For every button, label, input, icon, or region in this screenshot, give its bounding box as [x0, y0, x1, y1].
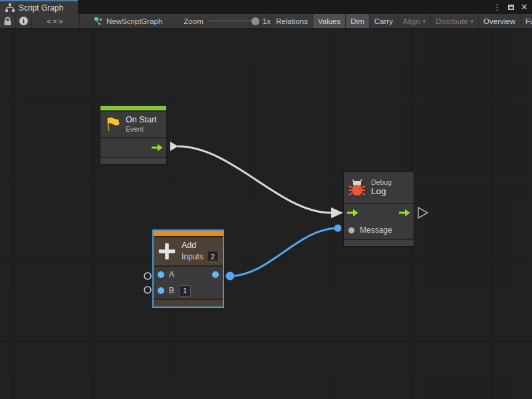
node-on-start[interactable]: On Start Event [100, 105, 167, 165]
menu-icon[interactable]: ⋮ [493, 3, 501, 11]
node-footer [344, 240, 414, 246]
node-footer [100, 158, 166, 164]
port-a-input[interactable] [158, 271, 164, 278]
node-title: Add [182, 241, 219, 251]
port-hint-circle-a[interactable] [144, 273, 151, 279]
align-label: Align [403, 17, 420, 25]
flag-icon [104, 116, 122, 133]
graph-title-zone: NewScriptGraph Zoom 1x [80, 14, 271, 28]
toolbar-button-align[interactable]: Align ▾ [398, 14, 431, 28]
info-button[interactable] [16, 14, 32, 28]
port-b-value-field[interactable]: 1 [179, 285, 191, 297]
wire-add-to-message[interactable] [230, 228, 338, 276]
maximize-icon[interactable] [508, 5, 514, 10]
message-input-port[interactable] [348, 227, 354, 233]
port-a-label: A [169, 270, 174, 279]
graph-toolbar: <×> NewScriptGraph Zoom 1x Relations Val… [0, 14, 532, 29]
node-surtitle: Debug [371, 178, 392, 187]
toolbar-button-relations[interactable]: Relations [271, 14, 313, 28]
script-graph-window: Script Graph ⋮ ✕ <×> [0, 0, 532, 399]
plus-icon [158, 242, 176, 261]
script-graph-asset-icon [94, 17, 102, 26]
code-brackets-icon: <×> [47, 17, 64, 25]
port-b-input[interactable] [158, 287, 164, 294]
zoom-value: 1x [263, 17, 271, 25]
info-icon [19, 17, 28, 25]
tab-title: Script Graph [19, 3, 63, 13]
dropdown-arrow-icon: ▾ [471, 18, 474, 25]
toolbar-button-overview[interactable]: Overview [479, 14, 521, 28]
graph-hierarchy-icon [5, 3, 15, 12]
distribute-label: Distribute [436, 17, 468, 25]
lock-icon [3, 17, 12, 26]
zoom-slider[interactable] [209, 17, 259, 25]
node-footer [154, 300, 223, 307]
flow-out-hint-triangle[interactable] [418, 207, 428, 218]
dropdown-arrow-icon: ▾ [422, 18, 426, 25]
result-output-port[interactable] [212, 271, 219, 278]
node-subtitle: Event [126, 125, 157, 134]
flow-input-port-icon[interactable] [347, 209, 358, 217]
wire-arrowhead [331, 207, 343, 218]
flow-output-port-icon[interactable] [152, 144, 163, 152]
zoom-label: Zoom [184, 17, 203, 25]
graph-name[interactable]: NewScriptGraph [106, 17, 162, 25]
flow-output-port-icon[interactable] [399, 209, 410, 217]
node-add[interactable]: Add Inputs 2 A B 1 [152, 229, 224, 308]
wire-layer [0, 29, 532, 399]
add-orange-strip [154, 231, 223, 236]
port-b-label: B [169, 286, 174, 295]
graph-canvas[interactable]: On Start Event [0, 29, 532, 399]
inputs-label: Inputs [182, 252, 203, 261]
toolbar-button-carry[interactable]: Carry [370, 14, 398, 28]
wire-start-cap [170, 142, 178, 151]
toolbar-button-dim[interactable]: Dim [346, 14, 369, 28]
wire-onstart-to-log[interactable] [178, 146, 331, 213]
tab-script-graph[interactable]: Script Graph [0, 0, 78, 14]
bug-icon [348, 178, 366, 197]
close-icon[interactable]: ✕ [521, 3, 528, 11]
node-title: On Start [126, 115, 157, 126]
lock-button[interactable] [0, 14, 16, 28]
toolbar-button-values[interactable]: Values [313, 14, 346, 28]
window-controls: ⋮ ✕ [493, 0, 528, 14]
zoom-slider-knob[interactable] [251, 17, 259, 25]
port-hint-circle-b[interactable] [144, 287, 151, 293]
tab-bar: Script Graph ⋮ ✕ [0, 0, 532, 14]
wire-target-dot[interactable] [334, 225, 342, 232]
node-debug-log[interactable]: Debug Log Me [343, 172, 414, 247]
code-preview-button[interactable]: <×> [32, 14, 80, 28]
message-port-label: Message [360, 225, 392, 235]
toolbar-button-fullscreen[interactable]: Full Screen [521, 14, 532, 28]
wire-source-dot[interactable] [226, 272, 235, 281]
toolbar-button-distribute[interactable]: Distribute ▾ [431, 14, 479, 28]
inputs-count-field[interactable]: 2 [207, 251, 219, 262]
event-green-strip [100, 106, 166, 110]
node-title: Log [371, 186, 392, 197]
